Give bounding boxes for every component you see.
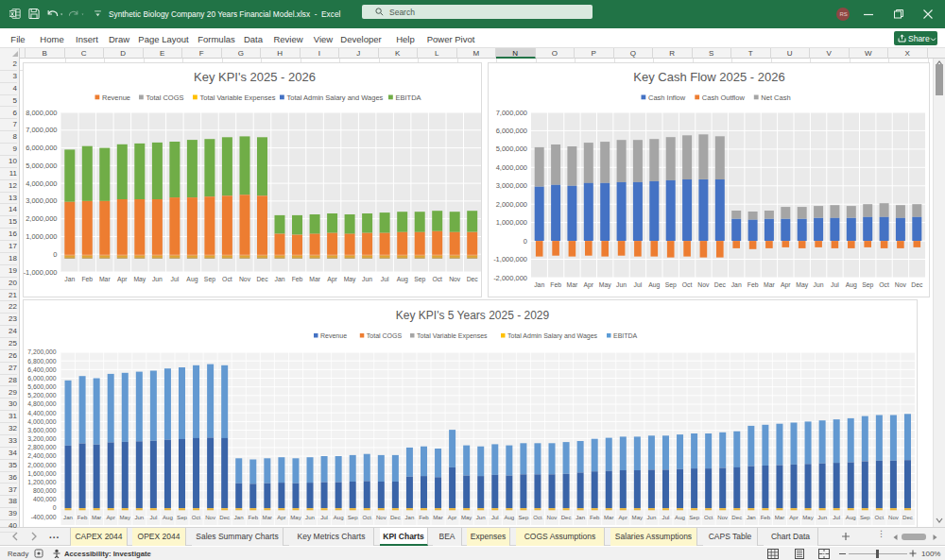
svg-text:Nov: Nov <box>547 514 558 520</box>
svg-text:Feb: Feb <box>590 514 600 520</box>
svg-text:Apr: Apr <box>106 514 114 520</box>
svg-text:4,000,000: 4,000,000 <box>27 418 56 425</box>
svg-text:Oct: Oct <box>533 514 542 520</box>
svg-text:6,400,000: 6,400,000 <box>27 366 56 373</box>
svg-text:Jan: Jan <box>63 514 73 520</box>
svg-text:Total COGS: Total COGS <box>146 93 184 102</box>
svg-text:Jun: Jun <box>647 514 657 520</box>
svg-text:-2,000,000: -2,000,000 <box>493 274 527 282</box>
svg-text:Feb: Feb <box>249 514 259 520</box>
svg-text:Jun: Jun <box>476 514 486 520</box>
svg-text:Feb: Feb <box>747 281 759 288</box>
svg-text:Sep: Sep <box>518 514 528 520</box>
svg-text:May: May <box>461 514 472 520</box>
svg-text:Dec: Dec <box>714 281 727 288</box>
svg-text:Oct: Oct <box>363 514 372 520</box>
svg-text:Jun: Jun <box>152 276 163 282</box>
svg-text:0: 0 <box>524 237 527 246</box>
svg-text:Feb: Feb <box>419 514 429 520</box>
svg-text:Aug: Aug <box>397 276 408 283</box>
svg-text:Jun: Jun <box>616 281 627 288</box>
svg-text:Sep: Sep <box>414 276 425 283</box>
svg-text:Feb: Feb <box>550 281 561 288</box>
svg-text:Jan: Jan <box>747 514 756 520</box>
svg-text:Dec: Dec <box>731 514 742 520</box>
svg-text:Sep: Sep <box>204 276 215 283</box>
svg-text:Jan: Jan <box>275 276 285 282</box>
svg-text:Apr: Apr <box>781 281 791 289</box>
svg-text:Sep: Sep <box>177 514 187 520</box>
svg-text:Nov: Nov <box>895 281 907 288</box>
svg-text:Mar: Mar <box>92 514 102 520</box>
svg-text:Aug: Aug <box>163 514 173 520</box>
svg-text:Feb: Feb <box>81 276 93 282</box>
svg-text:4,000,000: 4,000,000 <box>26 179 57 188</box>
svg-text:Oct: Oct <box>432 276 442 282</box>
svg-text:3,600,000: 3,600,000 <box>27 427 56 433</box>
svg-text:2,800,000: 2,800,000 <box>27 444 56 450</box>
svg-text:Apr: Apr <box>789 514 798 520</box>
svg-text:Oct: Oct <box>875 514 885 520</box>
svg-text:Nov: Nov <box>239 276 251 282</box>
svg-text:1,600,000: 1,600,000 <box>27 470 56 477</box>
svg-text:Sep: Sep <box>689 514 699 520</box>
svg-text:Mar: Mar <box>567 281 578 288</box>
svg-text:Feb: Feb <box>761 514 771 520</box>
svg-text:5,200,000: 5,200,000 <box>27 392 56 399</box>
svg-text:1,000,000: 1,000,000 <box>26 232 57 241</box>
svg-text:Jun: Jun <box>362 276 372 282</box>
svg-text:Oct: Oct <box>879 281 889 288</box>
svg-text:Net Cash: Net Cash <box>761 93 790 102</box>
svg-text:Jul: Jul <box>320 514 328 520</box>
svg-text:Apr: Apr <box>277 514 285 520</box>
svg-text:May: May <box>344 276 356 283</box>
svg-text:Nov: Nov <box>717 514 729 520</box>
svg-text:Jan: Jan <box>576 514 585 520</box>
svg-text:Total Admin Salary and Wages: Total Admin Salary and Wages <box>507 332 598 340</box>
svg-text:Dec: Dec <box>902 514 913 520</box>
svg-text:Oct: Oct <box>682 281 693 288</box>
svg-text:May: May <box>120 514 131 520</box>
svg-text:Nov: Nov <box>697 281 710 288</box>
svg-text:Revenue: Revenue <box>102 93 130 102</box>
svg-text:Jan: Jan <box>234 514 244 520</box>
svg-text:Jul: Jul <box>491 514 499 520</box>
svg-text:0: 0 <box>53 504 57 511</box>
svg-text:Mar: Mar <box>433 514 443 520</box>
svg-text:3,000,000: 3,000,000 <box>496 181 527 190</box>
svg-text:Jun: Jun <box>817 514 827 520</box>
svg-text:Cash Outflow: Cash Outflow <box>702 93 746 102</box>
svg-text:Nov: Nov <box>449 276 461 282</box>
svg-text:Jan: Jan <box>64 276 75 282</box>
svg-text:Mar: Mar <box>604 514 614 520</box>
svg-text:800,000: 800,000 <box>33 487 57 494</box>
svg-text:Mar: Mar <box>764 281 775 288</box>
svg-text:Aug: Aug <box>846 281 857 289</box>
svg-text:Nov: Nov <box>205 514 216 520</box>
svg-text:2,000,000: 2,000,000 <box>27 462 56 468</box>
svg-text:-1,000,000: -1,000,000 <box>24 268 58 277</box>
svg-text:Apr: Apr <box>619 514 627 520</box>
svg-text:Apr: Apr <box>584 281 594 289</box>
svg-text:6,800,000: 6,800,000 <box>27 358 56 365</box>
svg-text:May: May <box>796 281 808 289</box>
svg-text:5,600,000: 5,600,000 <box>27 383 56 390</box>
svg-text:Jul: Jul <box>833 514 840 520</box>
svg-text:Total COGS: Total COGS <box>367 332 403 339</box>
svg-text:4,800,000: 4,800,000 <box>27 400 56 407</box>
svg-text:May: May <box>290 514 301 520</box>
svg-text:0: 0 <box>53 250 57 259</box>
svg-text:Jun: Jun <box>134 514 144 520</box>
svg-text:Total Variable Expenses: Total Variable Expenses <box>417 332 488 340</box>
svg-text:4,000,000: 4,000,000 <box>496 163 527 172</box>
svg-text:7,200,000: 7,200,000 <box>27 348 56 355</box>
svg-text:2,000,000: 2,000,000 <box>26 214 57 223</box>
svg-text:Sep: Sep <box>862 281 873 289</box>
svg-text:Jul: Jul <box>171 276 180 282</box>
svg-text:Sep: Sep <box>348 514 358 520</box>
svg-text:Jul: Jul <box>662 514 670 520</box>
svg-text:8,000,000: 8,000,000 <box>26 109 57 117</box>
svg-text:Nov: Nov <box>376 514 387 520</box>
svg-text:1,200,000: 1,200,000 <box>27 479 56 485</box>
svg-text:Oct: Oct <box>704 514 713 520</box>
